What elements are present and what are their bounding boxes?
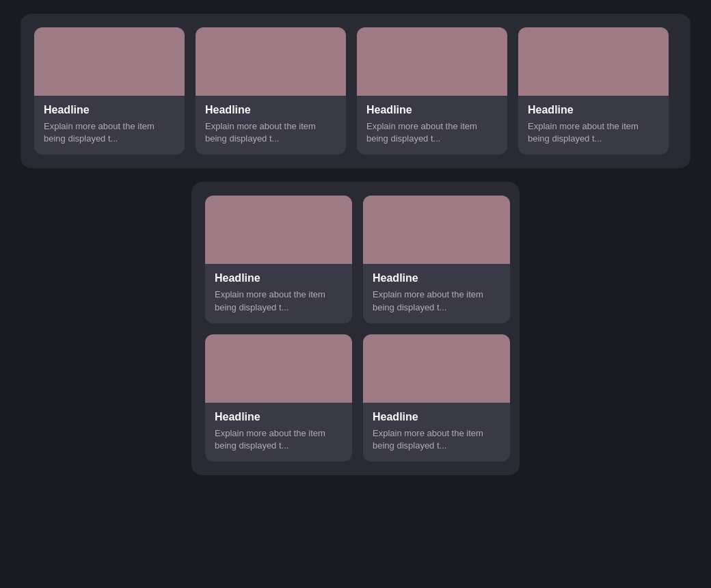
card-5-headline: Headline xyxy=(215,272,343,284)
card-4-content: Headline Explain more about the item bei… xyxy=(518,96,669,155)
card-3[interactable]: Headline Explain more about the item bei… xyxy=(357,27,507,155)
card-4-headline: Headline xyxy=(528,104,659,116)
card-3-description: Explain more about the item being displa… xyxy=(366,120,498,145)
card-5-content: Headline Explain more about the item bei… xyxy=(205,264,352,323)
card-6-content: Headline Explain more about the item bei… xyxy=(363,264,510,323)
card-7[interactable]: Headline Explain more about the item bei… xyxy=(205,334,352,462)
card-1-headline: Headline xyxy=(44,104,175,116)
card-1[interactable]: Headline Explain more about the item bei… xyxy=(34,27,185,155)
card-7-content: Headline Explain more about the item bei… xyxy=(205,403,352,462)
card-3-content: Headline Explain more about the item bei… xyxy=(357,96,507,155)
card-7-headline: Headline xyxy=(215,411,343,423)
card-5-description: Explain more about the item being displa… xyxy=(215,289,343,313)
card-2[interactable]: Headline Explain more about the item bei… xyxy=(196,27,346,155)
card-5[interactable]: Headline Explain more about the item bei… xyxy=(205,196,352,323)
card-5-image xyxy=(205,196,352,264)
card-8-content: Headline Explain more about the item bei… xyxy=(363,403,510,462)
card-2-image xyxy=(196,27,346,96)
card-1-image xyxy=(34,27,185,96)
top-card-row: Headline Explain more about the item bei… xyxy=(34,27,669,155)
card-8-headline: Headline xyxy=(373,411,500,423)
card-6-headline: Headline xyxy=(373,272,500,284)
card-6[interactable]: Headline Explain more about the item bei… xyxy=(363,196,510,323)
card-8[interactable]: Headline Explain more about the item bei… xyxy=(363,334,510,462)
card-6-image xyxy=(363,196,510,264)
card-7-image xyxy=(205,334,352,403)
card-2-headline: Headline xyxy=(205,104,336,116)
card-1-content: Headline Explain more about the item bei… xyxy=(34,96,185,155)
card-8-image xyxy=(363,334,510,403)
card-2-content: Headline Explain more about the item bei… xyxy=(196,96,346,155)
card-8-description: Explain more about the item being displa… xyxy=(373,427,500,452)
bottom-row-1: Headline Explain more about the item bei… xyxy=(205,196,506,323)
bottom-row-2: Headline Explain more about the item bei… xyxy=(205,334,506,462)
bottom-container: Headline Explain more about the item bei… xyxy=(191,182,520,475)
card-7-description: Explain more about the item being displa… xyxy=(215,427,343,452)
card-6-description: Explain more about the item being displa… xyxy=(373,289,500,313)
card-4-image xyxy=(518,27,669,96)
card-4[interactable]: Headline Explain more about the item bei… xyxy=(518,27,669,155)
card-3-image xyxy=(357,27,507,96)
card-4-description: Explain more about the item being displa… xyxy=(528,120,659,145)
card-2-description: Explain more about the item being displa… xyxy=(205,120,336,145)
top-container: Headline Explain more about the item bei… xyxy=(21,14,690,168)
card-3-headline: Headline xyxy=(366,104,498,116)
card-1-description: Explain more about the item being displa… xyxy=(44,120,175,145)
